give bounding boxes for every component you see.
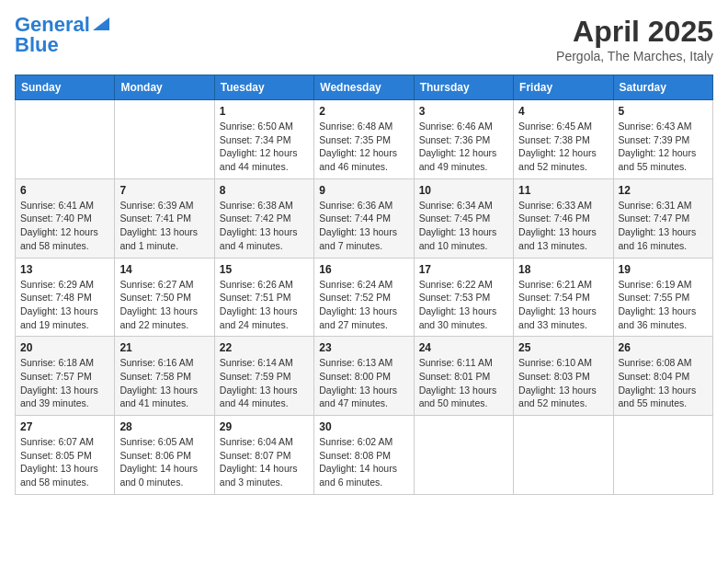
day-info: Sunrise: 6:05 AM Sunset: 8:06 PM Dayligh… [119, 435, 209, 489]
month-title: April 2025 [556, 15, 713, 49]
day-number: 1 [220, 105, 309, 118]
day-number: 17 [419, 263, 508, 276]
day-info: Sunrise: 6:22 AM Sunset: 7:53 PM Dayligh… [419, 278, 508, 332]
calendar-cell: 3Sunrise: 6:46 AM Sunset: 7:36 PM Daylig… [414, 100, 513, 179]
calendar-cell: 16Sunrise: 6:24 AM Sunset: 7:52 PM Dayli… [314, 258, 414, 337]
calendar-cell: 23Sunrise: 6:13 AM Sunset: 8:00 PM Dayli… [314, 337, 414, 416]
calendar-cell: 4Sunrise: 6:45 AM Sunset: 7:38 PM Daylig… [514, 100, 613, 179]
day-info: Sunrise: 6:41 AM Sunset: 7:40 PM Dayligh… [20, 199, 109, 253]
calendar-cell: 5Sunrise: 6:43 AM Sunset: 7:39 PM Daylig… [613, 100, 712, 179]
calendar-table: SundayMondayTuesdayWednesdayThursdayFrid… [15, 75, 713, 495]
logo-icon [93, 14, 109, 30]
calendar-cell: 22Sunrise: 6:14 AM Sunset: 7:59 PM Dayli… [214, 337, 313, 416]
calendar-week-row: 6Sunrise: 6:41 AM Sunset: 7:40 PM Daylig… [16, 178, 713, 258]
day-info: Sunrise: 6:02 AM Sunset: 8:08 PM Dayligh… [319, 435, 408, 489]
calendar-cell [115, 100, 214, 179]
day-number: 4 [518, 105, 608, 118]
calendar-cell: 18Sunrise: 6:21 AM Sunset: 7:54 PM Dayli… [514, 258, 613, 337]
calendar-cell: 11Sunrise: 6:33 AM Sunset: 7:46 PM Dayli… [514, 178, 613, 258]
day-info: Sunrise: 6:21 AM Sunset: 7:54 PM Dayligh… [518, 278, 608, 332]
day-info: Sunrise: 6:50 AM Sunset: 7:34 PM Dayligh… [220, 120, 309, 174]
calendar-cell: 9Sunrise: 6:36 AM Sunset: 7:44 PM Daylig… [314, 178, 414, 258]
day-info: Sunrise: 6:36 AM Sunset: 7:44 PM Dayligh… [319, 199, 408, 253]
day-number: 29 [220, 420, 309, 433]
calendar-header-wednesday: Wednesday [314, 75, 414, 100]
calendar-week-row: 1Sunrise: 6:50 AM Sunset: 7:34 PM Daylig… [16, 100, 713, 179]
day-info: Sunrise: 6:29 AM Sunset: 7:48 PM Dayligh… [20, 278, 109, 332]
calendar-cell [16, 100, 115, 179]
day-number: 24 [419, 341, 508, 354]
calendar-cell [514, 416, 613, 495]
calendar-cell: 30Sunrise: 6:02 AM Sunset: 8:08 PM Dayli… [314, 416, 414, 495]
day-info: Sunrise: 6:04 AM Sunset: 8:07 PM Dayligh… [220, 435, 309, 489]
day-info: Sunrise: 6:24 AM Sunset: 7:52 PM Dayligh… [319, 278, 408, 332]
day-number: 10 [419, 184, 508, 197]
title-block: April 2025 Pergola, The Marches, Italy [556, 15, 713, 63]
logo: General Blue [15, 15, 109, 55]
calendar-week-row: 27Sunrise: 6:07 AM Sunset: 8:05 PM Dayli… [16, 416, 713, 495]
calendar-cell [613, 416, 712, 495]
calendar-cell: 25Sunrise: 6:10 AM Sunset: 8:03 PM Dayli… [514, 337, 613, 416]
day-info: Sunrise: 6:13 AM Sunset: 8:00 PM Dayligh… [319, 356, 408, 410]
day-info: Sunrise: 6:08 AM Sunset: 8:04 PM Dayligh… [619, 356, 708, 410]
day-info: Sunrise: 6:14 AM Sunset: 7:59 PM Dayligh… [220, 356, 309, 410]
day-info: Sunrise: 6:11 AM Sunset: 8:01 PM Dayligh… [419, 356, 508, 410]
day-number: 21 [119, 341, 209, 354]
calendar-cell: 12Sunrise: 6:31 AM Sunset: 7:47 PM Dayli… [613, 178, 712, 258]
day-number: 12 [619, 184, 708, 197]
day-number: 8 [220, 184, 309, 197]
calendar-header-friday: Friday [514, 75, 613, 100]
calendar-header-saturday: Saturday [613, 75, 712, 100]
calendar-header-sunday: Sunday [16, 75, 115, 100]
calendar-header-tuesday: Tuesday [214, 75, 313, 100]
day-number: 25 [518, 341, 608, 354]
calendar-cell: 10Sunrise: 6:34 AM Sunset: 7:45 PM Dayli… [414, 178, 513, 258]
calendar-header-row: SundayMondayTuesdayWednesdayThursdayFrid… [16, 75, 713, 100]
calendar-cell: 20Sunrise: 6:18 AM Sunset: 7:57 PM Dayli… [16, 337, 115, 416]
logo-blue: Blue [15, 35, 59, 55]
day-number: 30 [319, 420, 408, 433]
day-number: 9 [319, 184, 408, 197]
logo-general: General [15, 15, 90, 35]
day-number: 16 [319, 263, 408, 276]
day-info: Sunrise: 6:33 AM Sunset: 7:46 PM Dayligh… [518, 199, 608, 253]
day-info: Sunrise: 6:16 AM Sunset: 7:58 PM Dayligh… [119, 356, 209, 410]
calendar-week-row: 20Sunrise: 6:18 AM Sunset: 7:57 PM Dayli… [16, 337, 713, 416]
calendar-cell: 15Sunrise: 6:26 AM Sunset: 7:51 PM Dayli… [214, 258, 313, 337]
location-subtitle: Pergola, The Marches, Italy [556, 49, 713, 63]
day-number: 18 [518, 263, 608, 276]
day-number: 23 [319, 341, 408, 354]
day-number: 5 [619, 105, 708, 118]
day-info: Sunrise: 6:39 AM Sunset: 7:41 PM Dayligh… [119, 199, 209, 253]
day-number: 2 [319, 105, 408, 118]
day-info: Sunrise: 6:31 AM Sunset: 7:47 PM Dayligh… [619, 199, 708, 253]
calendar-header-thursday: Thursday [414, 75, 513, 100]
calendar-cell: 29Sunrise: 6:04 AM Sunset: 8:07 PM Dayli… [214, 416, 313, 495]
day-number: 20 [20, 341, 109, 354]
calendar-cell: 14Sunrise: 6:27 AM Sunset: 7:50 PM Dayli… [115, 258, 214, 337]
day-number: 26 [619, 341, 708, 354]
page-header: General Blue April 2025 Pergola, The Mar… [15, 15, 713, 63]
day-info: Sunrise: 6:45 AM Sunset: 7:38 PM Dayligh… [518, 120, 608, 174]
day-info: Sunrise: 6:19 AM Sunset: 7:55 PM Dayligh… [619, 278, 708, 332]
day-number: 28 [119, 420, 209, 433]
day-info: Sunrise: 6:07 AM Sunset: 8:05 PM Dayligh… [20, 435, 109, 489]
day-info: Sunrise: 6:43 AM Sunset: 7:39 PM Dayligh… [619, 120, 708, 174]
day-info: Sunrise: 6:48 AM Sunset: 7:35 PM Dayligh… [319, 120, 408, 174]
calendar-cell: 7Sunrise: 6:39 AM Sunset: 7:41 PM Daylig… [115, 178, 214, 258]
calendar-cell [414, 416, 513, 495]
calendar-cell: 28Sunrise: 6:05 AM Sunset: 8:06 PM Dayli… [115, 416, 214, 495]
day-info: Sunrise: 6:27 AM Sunset: 7:50 PM Dayligh… [119, 278, 209, 332]
day-number: 15 [220, 263, 309, 276]
calendar-cell: 13Sunrise: 6:29 AM Sunset: 7:48 PM Dayli… [16, 258, 115, 337]
day-number: 19 [619, 263, 708, 276]
day-number: 13 [20, 263, 109, 276]
calendar-cell: 19Sunrise: 6:19 AM Sunset: 7:55 PM Dayli… [613, 258, 712, 337]
day-number: 7 [119, 184, 209, 197]
calendar-cell: 27Sunrise: 6:07 AM Sunset: 8:05 PM Dayli… [16, 416, 115, 495]
calendar-cell: 8Sunrise: 6:38 AM Sunset: 7:42 PM Daylig… [214, 178, 313, 258]
svg-marker-0 [93, 17, 109, 30]
day-number: 22 [220, 341, 309, 354]
calendar-cell: 6Sunrise: 6:41 AM Sunset: 7:40 PM Daylig… [16, 178, 115, 258]
calendar-cell: 21Sunrise: 6:16 AM Sunset: 7:58 PM Dayli… [115, 337, 214, 416]
